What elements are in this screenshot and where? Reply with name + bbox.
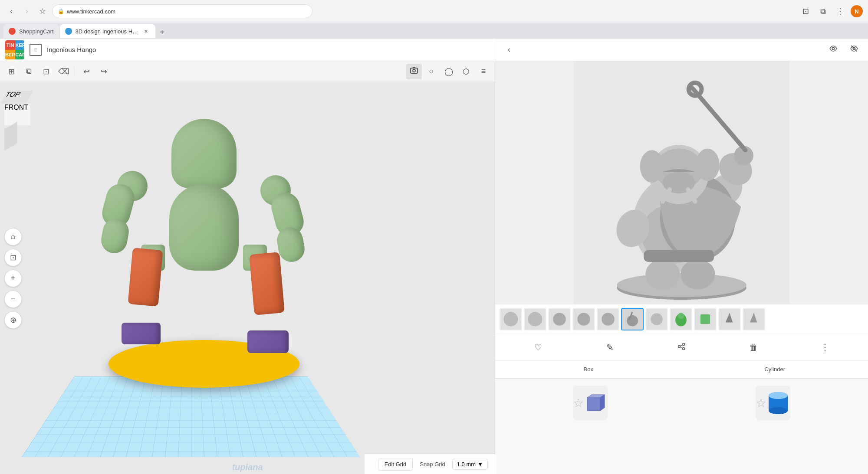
svg-line-52 [681, 345, 683, 346]
cube-top-label: TOP [4, 91, 22, 98]
thumbnail-10[interactable] [718, 308, 741, 330]
logo-ker: KER [15, 40, 24, 50]
robot-body [78, 114, 330, 357]
svg-point-22 [645, 259, 680, 290]
thumbnail-2[interactable] [524, 308, 546, 330]
extensions-button[interactable]: ⧉ [816, 4, 830, 18]
cast-button[interactable]: ⊡ [799, 4, 812, 18]
toolbar-sep-1 [75, 66, 75, 77]
snap-grid-select[interactable]: 1.0 mm ▼ [452, 459, 488, 470]
grid-background [22, 376, 360, 457]
camera-view-button[interactable] [826, 43, 840, 57]
tab-3d-design[interactable]: 3D design Ingenious Hang... × [60, 24, 155, 38]
box-tab[interactable]: Box [495, 361, 682, 378]
tab1-favicon [9, 28, 16, 35]
undo-button[interactable]: ↩ [79, 64, 94, 79]
back-button[interactable]: ‹ [5, 5, 17, 17]
redo-button[interactable]: ↪ [96, 64, 112, 79]
thumbnail-5[interactable] [597, 308, 619, 330]
bookmark-button[interactable]: ☆ [36, 5, 49, 17]
3d-model-container [78, 127, 330, 388]
svg-point-42 [678, 313, 684, 319]
pencil-icon: ✎ [606, 342, 614, 353]
shape-item-box[interactable]: ☆ [502, 386, 678, 467]
add-shape-button[interactable]: ⊞ [3, 64, 19, 79]
delete-icon: ⌫ [58, 67, 69, 76]
address-bar[interactable]: 🔒 www.tinkercad.com [52, 4, 312, 18]
menu-button[interactable]: ⋮ [833, 4, 847, 18]
light-button[interactable]: ○ [424, 64, 439, 79]
forward-button[interactable]: › [21, 5, 33, 17]
profile-avatar[interactable]: N [851, 5, 863, 17]
copy-button[interactable]: ⧉ [21, 64, 36, 79]
svg-rect-0 [411, 68, 418, 73]
forward-arrow-icon: › [26, 7, 28, 15]
thumbnail-11[interactable] [743, 308, 765, 330]
community-button[interactable]: ◯ [441, 64, 457, 79]
trash-icon: 🗑 [749, 343, 758, 353]
zoom-out-button[interactable]: − [4, 291, 22, 308]
camera-icon [410, 66, 418, 77]
shape-item-cylinder[interactable]: ☆ [685, 386, 861, 467]
delete-button[interactable]: ⌫ [56, 64, 71, 79]
shape-browser-button[interactable]: ⬡ [458, 64, 474, 79]
tinkercad-logo[interactable]: TIN KER BER CAD [5, 40, 24, 59]
thumbnails-strip [495, 304, 868, 334]
foot-left [122, 323, 161, 344]
thumbnail-3[interactable] [548, 308, 571, 330]
star-icon: ☆ [39, 7, 46, 16]
edit-grid-button[interactable]: Edit Grid [378, 458, 413, 471]
delete-model-button[interactable]: 🗑 [746, 340, 761, 355]
svg-point-34 [602, 313, 615, 326]
thumbnail-8[interactable] [670, 308, 692, 330]
editor-panel: TIN KER BER CAD ≡ Ingenious Hango ⊞ ⧉ ⊡ … [0, 39, 495, 474]
canvas-area[interactable]: TOP FRONT ⌂ ⊡ + − [0, 82, 495, 474]
project-title: Ingenious Hango [47, 46, 96, 53]
thumbnail-4[interactable] [572, 308, 595, 330]
camera-button[interactable] [406, 64, 422, 79]
duplicate-button[interactable]: ⊡ [38, 64, 54, 79]
thumbnail-7[interactable] [645, 308, 668, 330]
plus-icon: + [160, 27, 165, 37]
edit-grid-label: Edit Grid [385, 461, 407, 467]
fit-view-button[interactable]: ⊡ [4, 249, 22, 266]
zoom-in-button[interactable]: + [4, 270, 22, 287]
snap-value: 1.0 mm [457, 461, 476, 467]
perspective-button[interactable]: ⊕ [4, 311, 22, 329]
svg-point-39 [651, 313, 663, 325]
logo-ber: BER [5, 50, 15, 59]
share-button[interactable] [674, 340, 689, 355]
browser-toolbar: ‹ › ☆ 🔒 www.tinkercad.com ⊡ ⧉ ⋮ N [0, 0, 868, 23]
svg-point-32 [577, 313, 590, 326]
zoom-in-icon: + [11, 274, 16, 283]
svg-point-30 [553, 313, 566, 326]
cube-front-face[interactable]: FRONT [4, 104, 30, 125]
panel-back-button[interactable]: ‹ [502, 43, 516, 57]
thumbnail-1[interactable] [500, 308, 522, 330]
thumbnail-6[interactable] [621, 308, 644, 330]
back-arrow-icon: ‹ [10, 7, 12, 15]
more-options-button[interactable]: ⋮ [817, 340, 833, 355]
svg-point-23 [681, 259, 715, 290]
svg-point-28 [528, 312, 542, 326]
view-cube[interactable]: TOP FRONT [4, 91, 43, 130]
thumbnail-9[interactable] [694, 308, 717, 330]
tab2-favicon [65, 28, 72, 35]
svg-point-51 [678, 345, 681, 347]
camera-view-icon [829, 44, 838, 55]
home-view-button[interactable]: ⌂ [4, 228, 22, 245]
like-button[interactable]: ♡ [530, 340, 546, 355]
browser-chrome: ‹ › ☆ 🔒 www.tinkercad.com ⊡ ⧉ ⋮ N [0, 0, 868, 39]
tab-close-button[interactable]: × [142, 27, 150, 35]
new-tab-button[interactable]: + [156, 26, 168, 38]
more-menu-button[interactable]: ≡ [476, 64, 491, 79]
more-options-icon: ⋮ [821, 342, 829, 353]
warrior-figure [495, 61, 868, 304]
tab-shopping-cart[interactable]: ShoppingCart [3, 24, 59, 38]
cube-side-face[interactable] [4, 121, 17, 150]
cube-top-face[interactable]: TOP [0, 91, 33, 104]
edit-button[interactable]: ✎ [602, 340, 618, 355]
cylinder-tab[interactable]: Cylinder [682, 361, 868, 378]
eye-toggle-button[interactable] [847, 43, 861, 57]
panel-controls [826, 43, 861, 57]
